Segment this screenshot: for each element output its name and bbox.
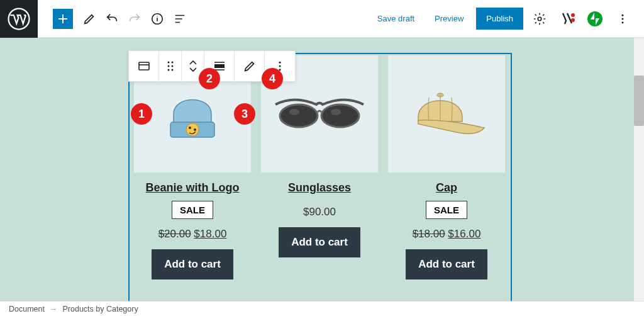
undo-icon[interactable] bbox=[101, 8, 123, 30]
save-draft-button[interactable]: Save draft bbox=[370, 9, 422, 28]
beanie-icon bbox=[158, 79, 227, 149]
svg-point-6 bbox=[622, 14, 624, 16]
editor-canvas: Beanie with Logo SALE $20.00 $18.00 Add … bbox=[0, 38, 634, 301]
svg-rect-25 bbox=[214, 64, 225, 68]
svg-point-2 bbox=[538, 17, 541, 21]
add-to-cart-button[interactable]: Add to cart bbox=[406, 249, 487, 279]
add-to-cart-button[interactable]: Add to cart bbox=[152, 249, 233, 279]
more-menu-icon[interactable] bbox=[611, 8, 634, 30]
sunglasses-icon bbox=[272, 92, 367, 136]
svg-point-21 bbox=[167, 65, 169, 67]
svg-rect-18 bbox=[139, 62, 149, 70]
yoast-icon[interactable] bbox=[556, 8, 579, 30]
svg-point-15 bbox=[289, 109, 299, 115]
svg-point-22 bbox=[171, 65, 173, 67]
scrollbar-track[interactable] bbox=[634, 38, 644, 301]
right-toolbar: Save draft Preview Publish bbox=[370, 8, 644, 30]
svg-point-16 bbox=[331, 109, 341, 115]
svg-point-17 bbox=[437, 93, 443, 97]
cap-icon bbox=[402, 82, 491, 145]
drag-handle[interactable] bbox=[159, 51, 182, 81]
scrollbar-thumb[interactable] bbox=[634, 76, 644, 126]
svg-point-23 bbox=[167, 69, 169, 71]
product-title[interactable]: Sunglasses bbox=[288, 181, 351, 195]
outline-icon[interactable] bbox=[169, 8, 191, 30]
info-icon[interactable] bbox=[146, 8, 169, 30]
product-card: Sunglasses $90.00 Add to cart bbox=[261, 55, 378, 279]
svg-point-20 bbox=[171, 62, 173, 64]
breadcrumb-root[interactable]: Document bbox=[9, 305, 45, 313]
callout-badge: 1 bbox=[131, 103, 152, 125]
product-card: Cap SALE $18.00 $16.00 Add to cart bbox=[388, 55, 505, 279]
callout-badge: 4 bbox=[262, 68, 283, 89]
svg-point-27 bbox=[279, 65, 281, 67]
svg-point-14 bbox=[321, 104, 359, 127]
products-by-category-block[interactable]: Beanie with Logo SALE $20.00 $18.00 Add … bbox=[134, 55, 505, 279]
product-price: $20.00 $18.00 bbox=[158, 228, 227, 240]
svg-point-0 bbox=[9, 8, 30, 29]
svg-point-7 bbox=[622, 18, 624, 20]
callout-badge: 3 bbox=[234, 103, 255, 125]
svg-point-5 bbox=[587, 11, 602, 26]
jetpack-icon[interactable] bbox=[584, 8, 606, 30]
product-price: $18.00 $16.00 bbox=[413, 228, 481, 240]
product-price: $90.00 bbox=[303, 206, 336, 218]
svg-point-13 bbox=[280, 104, 318, 127]
product-title[interactable]: Beanie with Logo bbox=[145, 181, 239, 195]
svg-point-12 bbox=[194, 128, 196, 131]
add-to-cart-button[interactable]: Add to cart bbox=[279, 227, 360, 257]
svg-point-11 bbox=[189, 127, 191, 129]
editor-top-bar: Save draft Preview Publish bbox=[0, 0, 644, 38]
redo-icon bbox=[123, 8, 146, 30]
edit-pencil-button[interactable] bbox=[235, 51, 265, 81]
sale-badge: SALE bbox=[426, 201, 467, 219]
svg-point-19 bbox=[167, 62, 169, 64]
breadcrumb-separator: → bbox=[50, 305, 58, 313]
preview-button[interactable]: Preview bbox=[427, 9, 471, 28]
sale-badge: SALE bbox=[172, 201, 213, 219]
breadcrumb-current[interactable]: Products by Category bbox=[62, 305, 138, 313]
publish-button[interactable]: Publish bbox=[476, 8, 523, 30]
product-image bbox=[388, 55, 505, 172]
parent-block-selector[interactable] bbox=[129, 51, 159, 81]
tools-pencil-icon[interactable] bbox=[78, 8, 101, 30]
svg-point-3 bbox=[571, 13, 575, 17]
svg-point-26 bbox=[279, 62, 281, 64]
settings-gear-icon[interactable] bbox=[528, 8, 551, 30]
svg-point-8 bbox=[622, 21, 624, 23]
add-block-button[interactable] bbox=[53, 9, 73, 29]
product-title[interactable]: Cap bbox=[436, 181, 457, 195]
svg-point-24 bbox=[171, 69, 173, 71]
breadcrumb: Document → Products by Category bbox=[0, 301, 644, 316]
svg-point-4 bbox=[571, 18, 575, 22]
callout-badge: 2 bbox=[199, 68, 220, 89]
wordpress-logo[interactable] bbox=[0, 0, 38, 38]
product-card: Beanie with Logo SALE $20.00 $18.00 Add … bbox=[134, 55, 251, 279]
